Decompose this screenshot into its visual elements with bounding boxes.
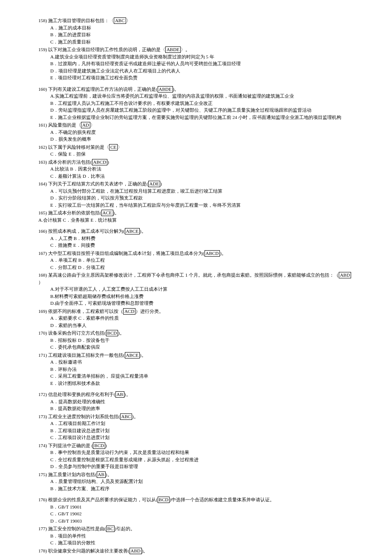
- option: B．GB/T 19001: [50, 503, 354, 511]
- options: A．可以先预付部分工程款，在施工过程按月结算工程进度款，竣工后进行竣工结算D．实…: [38, 188, 354, 209]
- option: C．差额计算法 D．比率法: [50, 173, 354, 180]
- question-stem: 171) 工程建设项目施工招标文件一般包括(ABCE)。: [38, 352, 354, 359]
- options: B．项目的单件性C．施工项目的分散性: [38, 532, 354, 546]
- stem-post: )。: [173, 87, 179, 92]
- question-stem: 165) 施工成本分析的依据包括(ACE)。: [38, 209, 354, 217]
- answer-box: BC: [106, 526, 115, 532]
- options: B．GB/T 19001C．GB/T 19002D．GB/T 19003: [38, 503, 354, 525]
- answer-box: ABCE: [125, 228, 140, 234]
- question-stem: 163) 成本分析的方法包括(ABCD): [38, 159, 354, 166]
- options: B．事中控制首先是质量活动行为约束，其次是质量活动过程和结果C．全过程质量控制是…: [38, 449, 354, 470]
- question: 176) 根据企业的性质及其产品所要求的保证能力，可以从(BCD)中选择一个合适…: [38, 496, 354, 524]
- stem-post: ）: [38, 280, 43, 285]
- question: 174) 下列提法中正确的是 (BCD)B．事中控制首先是质量活动行为约束，其次…: [38, 442, 354, 470]
- stem-post: ): [105, 443, 107, 448]
- question-stem: 175) 施工质量计划内容包括(AB)。: [38, 471, 354, 478]
- stem-pre: 165) 施工成本分析的依据包括(: [38, 210, 101, 215]
- option: B．招标投标 D．按设备包干: [50, 337, 354, 344]
- option: E．施工企业根据监理企业制订的旁站监理方案，在需要实施旁站监理的关键部位施工前 …: [50, 114, 354, 121]
- options: A.实施工程监理前，建设单位应当将委托的工程监理单位、监理的内容及监理的权限，书…: [38, 92, 354, 121]
- option: C．工程项目设计总进度计划: [50, 434, 354, 441]
- stem-post: )。: [140, 353, 146, 358]
- answer-box: ACD: [123, 308, 135, 315]
- option: A．施工的成本目标: [50, 24, 354, 32]
- question: 166) 按照成本构成，施工成本可以分解为(ABCE)。 A．人工费 B．材料费…: [38, 228, 354, 249]
- stem-post: 〉: [118, 145, 122, 150]
- answer-box: ABDE: [158, 86, 173, 92]
- question: 177) 施工安全控制的动态性是由(BC)引起的。B．项目的单件性C．施工项目的…: [38, 525, 354, 546]
- option: A．工程项目前期工作计划: [50, 420, 354, 427]
- stem-pre: 164) 下列关于工程结算方式的有关表述中，正确的是(: [38, 181, 148, 186]
- question: 165) 施工成本分析的依据包括(ACE)。A.会计核算 C．业务核算 E．统计…: [38, 209, 354, 223]
- stem-post: )。: [220, 251, 226, 256]
- option: A．投标邀请书: [50, 358, 354, 366]
- question: 160) 下列有关建设工程监理的工作方法的说明，正确的是(ABDE)。A.实施工…: [38, 86, 354, 121]
- option: A．提高数据处理的准确性: [50, 398, 354, 405]
- question-stem: 158) 施工方项目管理的目标包括：〈ABC〉: [38, 17, 354, 24]
- question: 175) 施工质量计划内容包括(AB)。A．质量管理组织结构、人员及资源配置计划…: [38, 471, 354, 492]
- question-stem: 161) 风险量指的是〈AD〉: [38, 121, 354, 129]
- stem-post: 〉。: [181, 47, 190, 52]
- options: A.建筑业企业项目经理资质管理制度向建造师执业资格制度过渡的时间定为 5 年B．…: [38, 53, 354, 81]
- options: A．工程项目前期工作计划B．工程项目建设总进度计划C．工程项目设计总进度计划: [38, 420, 354, 441]
- answer-box: ABD: [130, 548, 142, 554]
- stem-post: ）进行分类。: [135, 309, 164, 314]
- option: A．可以先预付部分工程款，在施工过程按月结算工程进度款，竣工后进行竣工结算: [50, 188, 354, 195]
- stem-post: )。: [124, 392, 131, 397]
- stem-post: )。: [132, 414, 138, 419]
- option: D．GB/T 19003: [50, 517, 354, 525]
- stem-pre: 162) 以下属于风险转移对策的是〈: [38, 145, 109, 150]
- option: B．工程监理人员认为工程施工不符合设计要求的，有权要求建筑施工企业改正: [50, 100, 354, 107]
- answer-box: ABD: [339, 272, 351, 278]
- option: B．工程项目建设总进度计划: [50, 427, 354, 434]
- option: E．项目经理对工程项目施工过程全面负责: [50, 74, 354, 81]
- stem-pre: 158) 施工方项目管理的目标包括：〈: [38, 18, 114, 23]
- stem-post: )。: [113, 210, 120, 215]
- question-stem: 178) 职业健康安全问题的解决途径主要改善(ABD)。: [38, 547, 354, 555]
- stem-pre: 177) 施工安全控制的动态性是由(: [38, 526, 106, 531]
- option: C．委托承包商配套供应: [50, 344, 354, 351]
- option: D．损失发生的概率: [50, 136, 354, 143]
- options-inline: C．保险 E．担保: [38, 150, 354, 158]
- question: 173) 工程业主进度控制的计划系统包括(ABC)。A．工程项目前期工作计划B．…: [38, 413, 354, 441]
- option: A.对于不可辞退的工人，人工窝工费按人工工日成本计算: [50, 286, 354, 293]
- option: C．GB/T 19002: [50, 510, 354, 517]
- option: A．不确定的损失程度: [50, 129, 354, 136]
- question: 170) 设备采购合同订立方式包括(BCD)。B．招标投标 D．按设备包干C．委…: [38, 330, 354, 351]
- answer-box: ABCD: [92, 159, 108, 165]
- question: 161) 风险量指的是〈AD〉A．不确定的损失程度D．损失发生的概率: [38, 121, 354, 143]
- answer-box: ABDE: [165, 46, 181, 53]
- option: D．旁站监理指监理人员在房屋建筑工程施工阶段的监理中，对关键部位、关键工序的施工…: [50, 107, 354, 114]
- option: C．施工项目的分散性: [50, 539, 354, 546]
- answer-box: CE: [109, 144, 118, 150]
- options: A．施工的成本目标B．施工的进度目标C．施工的质量目标: [38, 24, 354, 46]
- question: 169) 依据不同的标准，工程索赔可以按（ACD）进行分类。A．索赔要求 C．索…: [38, 308, 354, 329]
- option: D．全员参与控制中的重要手段是目标管理: [50, 463, 354, 470]
- answer-box: AB: [97, 471, 106, 478]
- question-stem: 170) 设备采购合同订立方式包括(BCD)。: [38, 330, 354, 337]
- question-stem: 177) 施工安全控制的动态性是由(BC)引起的。: [38, 525, 354, 532]
- question: 168) 某高速公路由于业主原因高架桥修改设计，工程师下令承包商停工 1 个月。…: [38, 272, 354, 307]
- stem-post: )引起的。: [115, 526, 135, 531]
- option: A.建筑业企业项目经理资质管理制度向建造师执业资格制度过渡的时间定为 5 年: [50, 53, 354, 61]
- option: D．索赔的当事人: [50, 322, 354, 329]
- answer-box: BCD: [158, 497, 170, 503]
- option: D．实行分阶段结算的，可以按月预支工程款: [50, 194, 354, 202]
- option: A.实施工程监理前，建设单位应当将委托的工程监理单位、监理的内容及监理的权限，书…: [50, 92, 354, 100]
- question-stem: 168) 某高速公路由于业主原因高架桥修改设计，工程师下令承包商停工 1 个月。…: [38, 272, 354, 286]
- question: 159) 以下对施工企业项目经理的工作性质的说明，正确的是〈ABDE〉。A.建筑…: [38, 46, 354, 81]
- option: B．评标办法: [50, 366, 354, 373]
- note: A.会计核算 C．业务核算 E．统计核算: [38, 217, 354, 224]
- stem-pre: 169) 依据不同的标准，工程索赔可以按（: [38, 309, 123, 314]
- question-stem: 159) 以下对施工企业项目经理的工作性质的说明，正确的是〈ABDE〉。: [38, 46, 354, 53]
- option: A．索赔要求 C．索赔事件的性质: [50, 315, 354, 322]
- question-stem: 173) 工程业主进度控制的计划系统包括(ABC)。: [38, 413, 354, 420]
- question-stem: 174) 下列提法中正确的是 (BCD): [38, 442, 354, 449]
- option: A．人工费 B．材料费: [50, 235, 354, 242]
- stem-pre: 161) 风险量指的是〈: [38, 122, 81, 127]
- option: D.由于全面停工，可索赔现场管理费和总部管理费: [50, 300, 354, 307]
- answer-box: BCD: [93, 442, 105, 449]
- options: A.比较法 B．因素分析法C．差额计算法 D．比率法: [38, 165, 354, 179]
- stem-post: )。: [142, 548, 148, 553]
- option: C．措施费 E．间接费: [50, 242, 354, 249]
